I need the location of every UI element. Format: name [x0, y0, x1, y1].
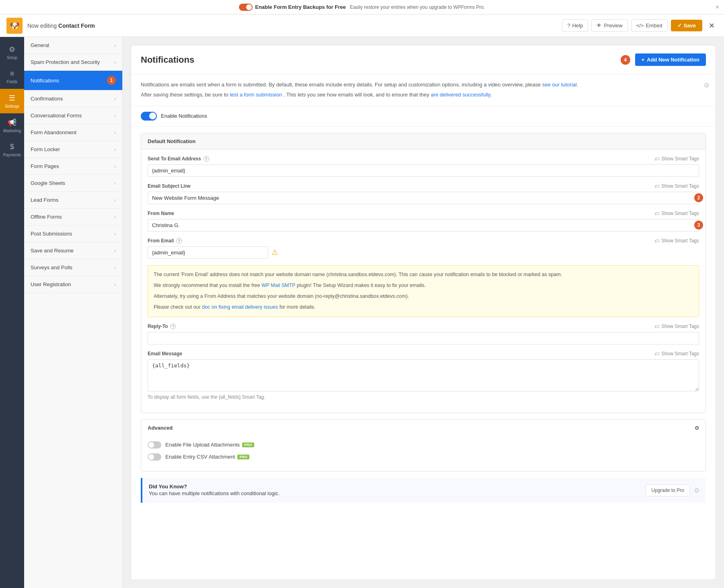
nav-item-surveys-and-polls[interactable]: Surveys and Polls › — [24, 259, 122, 276]
nav-item-save-and-resume[interactable]: Save and Resume › — [24, 242, 122, 259]
tag-icon-3: 🏷 — [654, 211, 660, 217]
page-title: Notifications — [141, 55, 194, 65]
nav-post-submissions-label: Post Submissions — [31, 231, 72, 237]
from-name-input[interactable] — [148, 219, 699, 232]
send-to-text: Send To Email Address — [148, 156, 201, 162]
editing-prefix: Now editing — [27, 23, 57, 29]
payments-icon: $ — [10, 143, 14, 151]
tag-icon-5: 🏷 — [654, 324, 660, 330]
sidebar-item-setup[interactable]: ⚙ Setup — [0, 40, 24, 65]
nav-form-abandonment-label: Form Abandonment — [31, 129, 76, 135]
csv-label: Enable Entry CSV Attachment PRO — [165, 454, 249, 460]
warning-text-1: The current 'From Email' address does no… — [154, 270, 693, 279]
topbar-close-icon[interactable]: × — [716, 4, 719, 11]
nav-save-and-resume-label: Save and Resume — [31, 248, 74, 254]
nav-item-form-locker[interactable]: Form Locker › — [24, 141, 122, 158]
csv-row: Enable Entry CSV Attachment PRO — [148, 453, 699, 461]
sidebar-item-payments[interactable]: $ Payments — [0, 138, 24, 162]
save-button[interactable]: ✓ Save — [671, 20, 702, 31]
from-name-smart-tags[interactable]: 🏷 Show Smart Tags — [654, 211, 699, 217]
email-message-textarea[interactable]: {all_fields} — [148, 359, 699, 391]
default-notification-box: Default Notification Send To Email Addre… — [141, 133, 706, 413]
nav-conversational-label: Conversational Forms — [31, 113, 82, 119]
header-close-button[interactable]: ✕ — [705, 20, 718, 32]
pro-badge-2: PRO — [237, 455, 249, 459]
nav-item-confirmations[interactable]: Confirmations › — [24, 90, 122, 107]
file-upload-text: Enable File Upload Attachments — [165, 442, 240, 448]
reply-to-help-icon[interactable]: ? — [170, 324, 176, 329]
tag-icon: 🏷 — [654, 156, 660, 162]
test-submission-link[interactable]: test a form submission — [230, 92, 282, 98]
nav-sidebar: General › Spam Protection and Security ›… — [24, 37, 123, 588]
content-area: Notifications 4 + Add New Notification N… — [123, 37, 724, 588]
from-email-help-icon[interactable]: ? — [176, 238, 182, 244]
delivered-link[interactable]: are delivered successfully — [431, 92, 490, 98]
tag-icon-6: 🏷 — [654, 351, 660, 357]
advanced-header[interactable]: Advanced ⊙ — [141, 420, 705, 436]
header-bar: 🐶 Now editing Contact Form ? Help 👁 Prev… — [0, 14, 724, 37]
embed-button[interactable]: </> Embed — [631, 19, 668, 32]
warning-text-2: We strongly recommend that you install t… — [154, 281, 693, 290]
enable-notifications-toggle[interactable] — [141, 112, 157, 121]
send-to-input[interactable] — [148, 164, 699, 177]
nav-item-user-registration[interactable]: User Registration › — [24, 276, 122, 293]
email-subject-smart-tags[interactable]: 🏷 Show Smart Tags — [654, 183, 699, 189]
dyk-close-icon[interactable]: ⊙ — [694, 487, 699, 494]
send-to-help-icon[interactable]: ? — [204, 156, 209, 162]
email-subject-badge: 2 — [694, 193, 703, 202]
add-new-notification-button[interactable]: + Add New Notification — [635, 53, 706, 66]
marketing-label: Marketing — [3, 129, 21, 133]
from-name-row: From Name 🏷 Show Smart Tags 3 — [148, 211, 699, 232]
did-you-know-bar: Did You Know? You can have multiple noti… — [141, 478, 706, 503]
sidebar-item-fields[interactable]: ≡ Fields — [0, 65, 24, 89]
from-email-input[interactable] — [148, 246, 268, 259]
file-upload-toggle[interactable] — [148, 441, 161, 449]
nav-item-google-sheets[interactable]: Google Sheets › — [24, 175, 122, 192]
wp-mail-smtp-link[interactable]: WP Mail SMTP — [261, 283, 295, 288]
form-name: Contact Form — [58, 23, 95, 29]
send-to-smart-tags[interactable]: 🏷 Show Smart Tags — [654, 156, 699, 162]
info-close-icon[interactable]: ⊙ — [704, 80, 709, 90]
enable-notifications-row: Enable Notifications — [131, 106, 716, 127]
nav-item-lead-forms[interactable]: Lead Forms › — [24, 192, 122, 209]
nav-item-post-submissions[interactable]: Post Submissions › — [24, 225, 122, 242]
fields-icon: ≡ — [10, 70, 14, 78]
email-delivery-link[interactable]: doc on fixing email delivery issues — [202, 304, 278, 310]
content-inner: Notifications 4 + Add New Notification N… — [131, 45, 716, 580]
csv-toggle[interactable] — [148, 453, 161, 461]
sidebar-item-marketing[interactable]: 📢 Marketing — [0, 113, 24, 138]
dyk-actions: Upgrade to Pro ⊙ — [639, 484, 699, 496]
add-notification-label: Add New Notification — [647, 57, 699, 63]
info-text-2: After saving these settings, be sure to — [141, 92, 228, 98]
preview-button[interactable]: 👁 Preview — [591, 19, 627, 32]
nav-item-form-abandonment[interactable]: Form Abandonment › — [24, 124, 122, 141]
upgrade-to-pro-button[interactable]: Upgrade to Pro — [646, 484, 690, 496]
notifications-badge: 1 — [107, 76, 116, 85]
nav-item-general[interactable]: General › — [24, 37, 122, 54]
chevron-right-icon: › — [114, 59, 116, 65]
sidebar-item-settings[interactable]: ☰ Settings — [0, 89, 24, 113]
nav-item-spam[interactable]: Spam Protection and Security › — [24, 54, 122, 71]
payments-label: Payments — [3, 153, 21, 157]
chevron-right-icon: › — [114, 214, 116, 220]
nav-item-notifications[interactable]: Notifications 1 — [24, 71, 122, 90]
email-message-smart-tags[interactable]: 🏷 Show Smart Tags — [654, 351, 699, 357]
from-email-smart-tags[interactable]: 🏷 Show Smart Tags — [654, 238, 699, 244]
warning-text-4: Please check out our doc on fixing email… — [154, 303, 693, 311]
email-subject-label: Email Subject Line — [148, 183, 191, 189]
help-button[interactable]: ? Help — [562, 19, 588, 32]
nav-item-conversational-forms[interactable]: Conversational Forms › — [24, 107, 122, 124]
nav-item-form-pages[interactable]: Form Pages › — [24, 158, 122, 175]
nav-google-sheets-label: Google Sheets — [31, 180, 65, 186]
from-name-text: From Name — [148, 211, 174, 216]
nav-item-offline-forms[interactable]: Offline Forms › — [24, 209, 122, 225]
tutorial-link[interactable]: see our tutorial — [542, 82, 577, 88]
email-subject-input[interactable] — [148, 192, 699, 204]
reply-to-smart-tags[interactable]: 🏷 Show Smart Tags — [654, 324, 699, 330]
tag-icon-4: 🏷 — [654, 238, 660, 244]
reply-to-input[interactable] — [148, 332, 699, 344]
entry-backup-toggle[interactable]: Enable Form Entry Backups for Free — [239, 4, 346, 11]
nav-form-pages-label: Form Pages — [31, 163, 59, 169]
entry-backup-toggle-switch[interactable] — [239, 4, 253, 11]
logo: 🐶 — [6, 18, 23, 34]
